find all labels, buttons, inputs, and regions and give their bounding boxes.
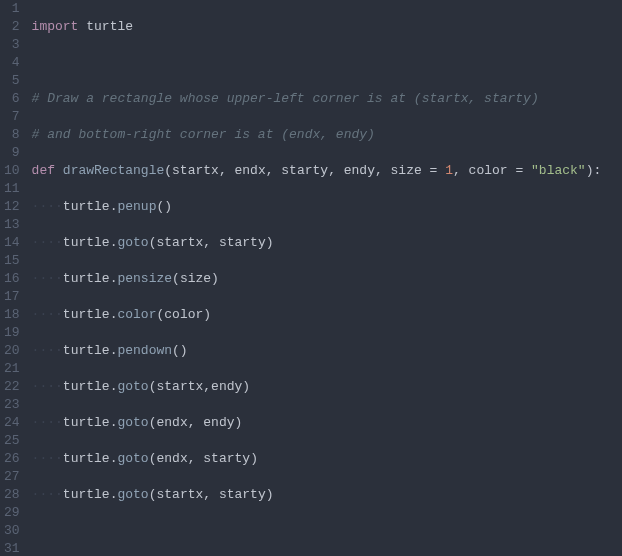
code-line[interactable]: ····turtle.goto(endx, endy) (32, 414, 622, 432)
line-number: 14 (4, 234, 20, 252)
line-number: 28 (4, 486, 20, 504)
line-number: 22 (4, 378, 20, 396)
code-line[interactable]: # and bottom-right corner is at (endx, e… (32, 126, 622, 144)
code-line[interactable] (32, 522, 622, 540)
line-number: 10 (4, 162, 20, 180)
line-number: 2 (4, 18, 20, 36)
line-number: 18 (4, 306, 20, 324)
code-line[interactable]: ····turtle.pendown() (32, 342, 622, 360)
line-number: 31 (4, 540, 20, 556)
line-number: 27 (4, 468, 20, 486)
line-number: 4 (4, 54, 20, 72)
line-number: 11 (4, 180, 20, 198)
line-number: 13 (4, 216, 20, 234)
code-line[interactable]: ····turtle.goto(startx, starty) (32, 486, 622, 504)
line-number: 7 (4, 108, 20, 126)
code-line[interactable] (32, 54, 622, 72)
code-line[interactable]: ····turtle.goto(startx,endy) (32, 378, 622, 396)
line-number: 15 (4, 252, 20, 270)
line-number: 12 (4, 198, 20, 216)
line-number: 23 (4, 396, 20, 414)
line-number: 9 (4, 144, 20, 162)
code-line[interactable]: # Draw a rectangle whose upper-left corn… (32, 90, 622, 108)
line-number: 3 (4, 36, 20, 54)
line-number: 24 (4, 414, 20, 432)
code-line[interactable]: import turtle (32, 18, 622, 36)
code-line[interactable]: def drawRectangle(startx, endx, starty, … (32, 162, 622, 180)
line-number: 19 (4, 324, 20, 342)
line-number: 20 (4, 342, 20, 360)
line-number: 17 (4, 288, 20, 306)
line-number: 8 (4, 126, 20, 144)
line-number: 29 (4, 504, 20, 522)
code-line[interactable]: ····turtle.pensize(size) (32, 270, 622, 288)
code-area[interactable]: import turtle # Draw a rectangle whose u… (28, 0, 622, 556)
line-number: 1 (4, 0, 20, 18)
code-editor[interactable]: 1 2 3 4 5 6 7 8 9 10 11 12 13 14 15 16 1… (0, 0, 622, 556)
line-number: 26 (4, 450, 20, 468)
line-number: 5 (4, 72, 20, 90)
line-number: 30 (4, 522, 20, 540)
line-number: 25 (4, 432, 20, 450)
code-line[interactable]: ····turtle.penup() (32, 198, 622, 216)
line-number-gutter: 1 2 3 4 5 6 7 8 9 10 11 12 13 14 15 16 1… (0, 0, 28, 556)
line-number: 21 (4, 360, 20, 378)
line-number: 6 (4, 90, 20, 108)
line-number: 16 (4, 270, 20, 288)
code-line[interactable]: ····turtle.goto(startx, starty) (32, 234, 622, 252)
code-line[interactable]: ····turtle.color(color) (32, 306, 622, 324)
code-line[interactable]: ····turtle.goto(endx, starty) (32, 450, 622, 468)
